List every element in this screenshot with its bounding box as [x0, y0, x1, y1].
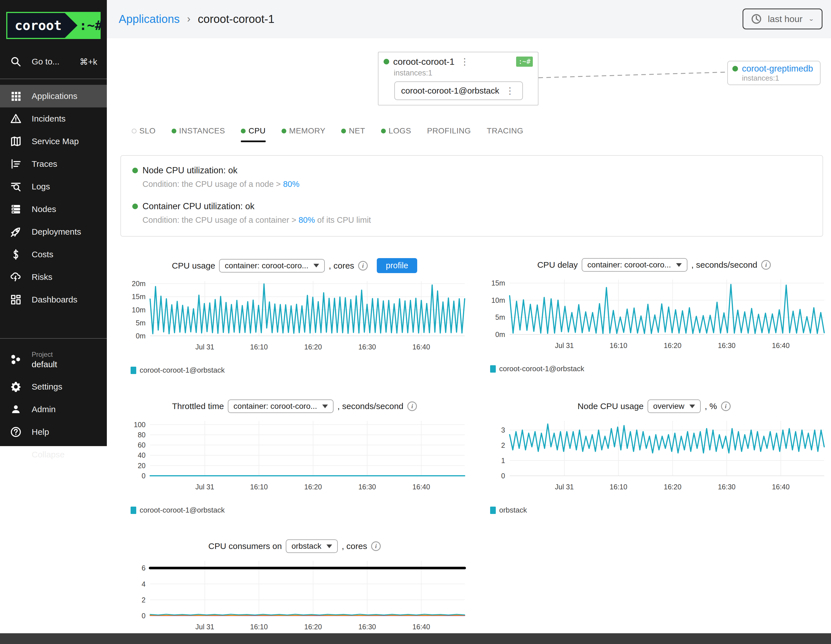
legend-item: coroot-coroot-1@orbstack [131, 366, 225, 375]
chart-unit: , seconds/second [337, 402, 403, 411]
project-selector[interactable]: Project default [0, 344, 107, 375]
container-selector-dropdown[interactable]: container: coroot-coro... [228, 400, 334, 413]
sidebar-item-risks[interactable]: Risks [0, 266, 107, 289]
tab-memory[interactable]: MEMORY [277, 124, 330, 142]
sidebar-item-service-map[interactable]: Service Map [0, 130, 107, 153]
svg-text:16:30: 16:30 [358, 623, 376, 631]
linked-node-instances: instances:1 [742, 74, 815, 83]
sidebar-item-applications[interactable]: Applications [0, 85, 107, 107]
tab-label: TRACING [487, 126, 524, 135]
svg-text:16:10: 16:10 [250, 623, 268, 631]
view-selector-dropdown[interactable]: overview [648, 400, 701, 413]
selector-value: container: coroot-coro... [587, 260, 671, 269]
breadcrumb-applications-link[interactable]: Applications [119, 13, 180, 26]
svg-text:4: 4 [142, 580, 146, 588]
sidebar-item-incidents[interactable]: Incidents [0, 107, 107, 130]
kebab-menu-icon[interactable]: ⋮ [458, 56, 471, 67]
sidebar-item-settings[interactable]: Settings [0, 375, 107, 398]
info-icon[interactable]: i [371, 541, 381, 551]
check-condition: Condition: the CPU usage of a node > [142, 180, 283, 188]
info-icon[interactable]: i [761, 260, 771, 270]
svg-text:100: 100 [134, 421, 146, 429]
svg-text:16:40: 16:40 [412, 483, 430, 491]
selector-value: container: coroot-coro... [225, 261, 308, 270]
svg-text:0m: 0m [495, 330, 505, 338]
sidebar-item-help[interactable]: Help [0, 421, 107, 443]
sidebar-item-label: Collapse [32, 450, 65, 459]
chart-cpu-usage: CPU usage container: coroot-coro... , co… [120, 258, 469, 375]
linked-node-name[interactable]: coroot-greptimedb [742, 64, 813, 74]
tab-instances[interactable]: INSTANCES [167, 124, 230, 142]
svg-text:20: 20 [138, 462, 146, 470]
project-hexagons-icon [10, 354, 22, 366]
svg-text:16:20: 16:20 [664, 341, 681, 349]
sidebar-item-label: Service Map [32, 137, 79, 146]
tab-net[interactable]: NET [337, 124, 370, 142]
cpu-delay-plot: Jul 3116:1016:2016:3016:400m5m10m15m [480, 276, 828, 360]
container-selector-dropdown[interactable]: container: coroot-coro... [219, 259, 325, 273]
container-selector-dropdown[interactable]: container: coroot-coro... [582, 258, 688, 272]
sidebar-item-label: Logs [32, 182, 50, 191]
info-icon[interactable]: i [358, 261, 368, 271]
sidebar-item-deployments[interactable]: Deployments [0, 220, 107, 243]
goto-search[interactable]: Go to... ⌘+k [0, 50, 107, 73]
tab-tracing[interactable]: TRACING [482, 124, 528, 142]
svg-text:0: 0 [142, 472, 146, 480]
legend-swatch [131, 507, 136, 514]
sidebar-item-costs[interactable]: Costs [0, 243, 107, 266]
tab-label: PROFILING [427, 126, 471, 135]
sidebar-item-logs[interactable]: Logs [0, 175, 107, 198]
legend-swatch [490, 507, 496, 514]
tab-label: NET [349, 126, 365, 135]
svg-text:16:20: 16:20 [664, 483, 681, 491]
legend-label: coroot-coroot-1@orbstack [140, 366, 225, 375]
tab-label: CPU [248, 126, 266, 135]
breadcrumb-current: coroot-coroot-1 [198, 13, 274, 26]
threshold-link[interactable]: 80% [298, 215, 315, 225]
check-container-cpu: Container CPU utilization: ok Condition:… [132, 201, 811, 225]
status-dot [732, 66, 738, 72]
legend-label: coroot-coroot-1@orbstack [140, 506, 225, 515]
kebab-menu-icon[interactable]: ⋮ [504, 85, 516, 96]
info-icon[interactable]: i [407, 402, 417, 411]
check-title: Container CPU utilization: ok [142, 201, 255, 212]
svg-text:0: 0 [142, 612, 146, 620]
threshold-link[interactable]: 80% [283, 180, 299, 188]
sidebar-item-label: Traces [32, 159, 57, 169]
sidebar-item-collapse[interactable]: Collapse [0, 443, 107, 466]
coroot-logo[interactable]: coroot :~# [6, 12, 100, 39]
svg-text:16:10: 16:10 [250, 343, 268, 351]
dropdown-arrow-icon [676, 263, 682, 267]
person-icon [10, 403, 22, 416]
svg-text:3: 3 [501, 426, 505, 434]
chart-unit: , cores [329, 261, 354, 271]
goto-label: Go to... [32, 57, 59, 67]
sidebar-item-label: Incidents [32, 114, 65, 124]
dropdown-arrow-icon [322, 405, 328, 408]
time-range-picker[interactable]: last hour ⌄ [742, 8, 823, 29]
app-node-card[interactable]: coroot-coroot-1 ⋮ :~# instances:1 coroot… [378, 52, 538, 105]
sidebar-item-label: Risks [32, 272, 52, 282]
tab-cpu[interactable]: CPU [236, 124, 270, 142]
sidebar-item-dashboards[interactable]: Dashboards [0, 289, 107, 311]
info-icon[interactable]: i [721, 402, 731, 411]
svg-text:16:10: 16:10 [250, 483, 268, 491]
instance-chip[interactable]: coroot-coroot-1@orbstack ⋮ [394, 81, 523, 100]
sidebar-item-traces[interactable]: Traces [0, 153, 107, 175]
tab-slo[interactable]: SLO [127, 124, 160, 142]
svg-text:2: 2 [501, 441, 505, 449]
linked-node-card[interactable]: coroot-greptimedb instances:1 [727, 61, 821, 85]
tab-status-dot [132, 129, 137, 134]
sidebar-item-label: Admin [32, 405, 56, 414]
legend-item: coroot-coroot-1@orbstack [131, 506, 225, 515]
node-selector-dropdown[interactable]: orbstack [286, 539, 338, 553]
svg-text:15m: 15m [491, 279, 505, 287]
profile-button[interactable]: profile [377, 258, 417, 273]
sidebar-item-admin[interactable]: Admin [0, 398, 107, 421]
tab-logs[interactable]: LOGS [376, 124, 416, 142]
chart-unit: , % [705, 402, 717, 411]
sidebar-item-nodes[interactable]: Nodes [0, 198, 107, 220]
svg-text:16:40: 16:40 [412, 623, 430, 631]
tab-profiling[interactable]: PROFILING [423, 124, 475, 142]
chart-unit: , cores [342, 541, 367, 551]
